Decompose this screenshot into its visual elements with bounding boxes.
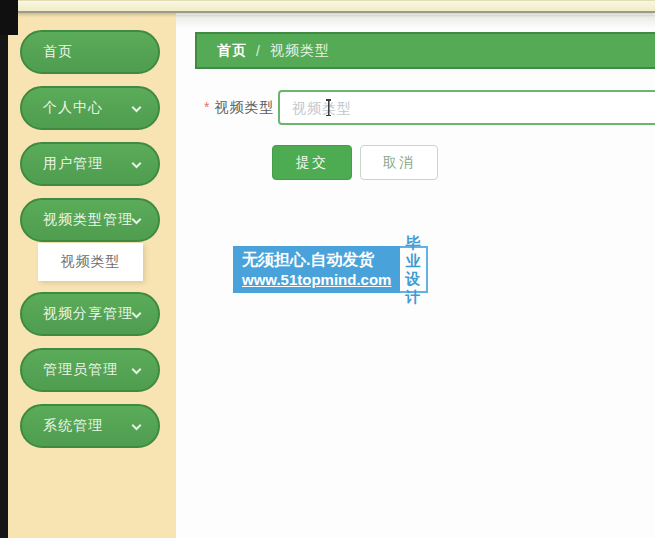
sidebar-subitem-video-type[interactable]: 视频类型 — [38, 243, 143, 281]
sidebar-item-label: 管理员管理 — [43, 361, 118, 379]
window-top-bar — [0, 0, 655, 13]
sidebar-item-system-management[interactable]: 系统管理 — [20, 404, 160, 448]
sidebar-item-label: 个人中心 — [43, 99, 103, 117]
breadcrumb-separator: / — [256, 43, 261, 59]
watermark-ad: 无须担心.自动发货 www.51topmind.com 毕业 设计 — [233, 246, 425, 293]
sidebar-item-label: 首页 — [43, 43, 73, 61]
required-marker: * — [204, 99, 210, 115]
sidebar-item-admin-management[interactable]: 管理员管理 — [20, 348, 160, 392]
watermark-text-block: 无须担心.自动发货 www.51topmind.com — [233, 246, 400, 293]
submit-button[interactable]: 提交 — [272, 145, 352, 180]
video-type-input-wrap — [278, 90, 655, 125]
breadcrumb: 首页 / 视频类型 — [195, 32, 655, 69]
sidebar-item-user-management[interactable]: 用户管理 — [20, 142, 160, 186]
breadcrumb-current: 视频类型 — [270, 42, 330, 60]
chevron-down-icon — [132, 421, 142, 431]
chevron-down-icon — [132, 159, 142, 169]
sidebar: 首页 个人中心 用户管理 视频类型管理 视频类型 视频分享管理 管理员管理 系统… — [8, 13, 176, 538]
field-label: *视频类型 — [204, 99, 278, 117]
form-actions: 提交 取消 — [272, 145, 655, 180]
watermark-badge-line2: 设计 — [405, 270, 421, 306]
sidebar-item-video-share-management[interactable]: 视频分享管理 — [20, 292, 160, 336]
watermark-line1: 无须担心.自动发货 — [242, 250, 391, 270]
watermark-badge: 毕业 设计 — [400, 246, 428, 293]
watermark-line2: www.51topmind.com — [242, 270, 391, 289]
video-type-input[interactable] — [278, 90, 655, 125]
sidebar-item-home[interactable]: 首页 — [20, 30, 160, 74]
window-corner-block — [0, 0, 18, 35]
chevron-down-icon — [132, 365, 142, 375]
chevron-down-icon — [132, 309, 142, 319]
cancel-button[interactable]: 取消 — [360, 145, 438, 180]
window-left-edge — [0, 0, 8, 538]
video-type-form-row: *视频类型 — [204, 90, 655, 125]
text-cursor-icon — [324, 99, 333, 116]
chevron-down-icon — [132, 103, 142, 113]
sidebar-item-label: 视频类型管理 — [43, 211, 133, 229]
chevron-down-icon — [132, 215, 142, 225]
sidebar-subitem-label: 视频类型 — [61, 253, 121, 271]
sidebar-item-label: 视频分享管理 — [43, 305, 133, 323]
sidebar-item-label: 用户管理 — [43, 155, 103, 173]
field-label-text: 视频类型 — [214, 99, 274, 115]
sidebar-item-video-type-management[interactable]: 视频类型管理 — [20, 198, 160, 242]
watermark-badge-line1: 毕业 — [405, 234, 421, 270]
breadcrumb-home-link[interactable]: 首页 — [217, 42, 247, 60]
sidebar-item-personal-center[interactable]: 个人中心 — [20, 86, 160, 130]
main-content: 首页 / 视频类型 *视频类型 提交 取消 无须担心.自动发货 www.51to… — [176, 15, 655, 538]
sidebar-item-label: 系统管理 — [43, 417, 103, 435]
